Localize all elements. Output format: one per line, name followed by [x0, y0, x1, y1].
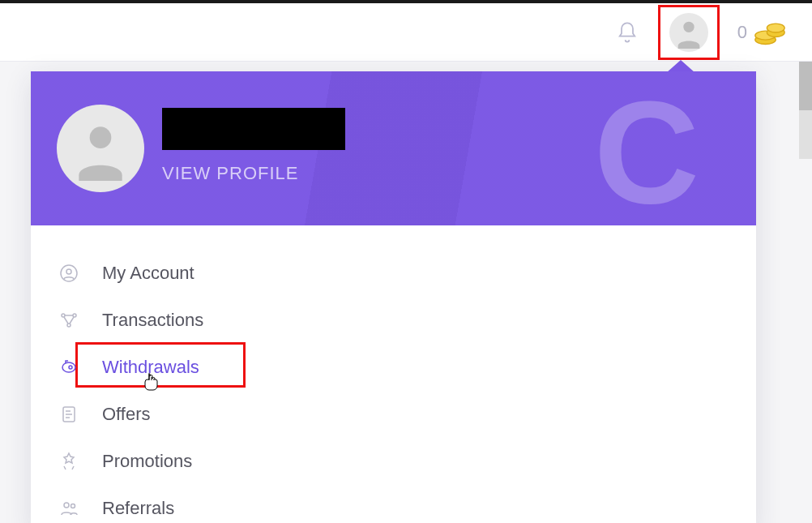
menu-item-promotions[interactable]: Promotions — [55, 438, 756, 485]
referrals-icon — [58, 498, 79, 519]
svg-point-4 — [767, 24, 784, 32]
user-menu: My Account Transactions — [31, 225, 756, 523]
view-profile-link[interactable]: VIEW PROFILE — [162, 163, 345, 184]
menu-item-withdrawals[interactable]: Withdrawals — [55, 344, 756, 391]
svg-point-14 — [71, 504, 75, 508]
avatar — [57, 105, 144, 192]
menu-item-label: Offers — [102, 404, 151, 425]
user-dropdown: C VIEW PROFILE My Account — [31, 71, 756, 523]
coin-balance-value: 0 — [737, 22, 747, 43]
svg-point-8 — [62, 314, 65, 317]
menu-item-label: Withdrawals — [102, 357, 199, 378]
coins-icon — [754, 18, 786, 47]
menu-item-label: Referrals — [102, 498, 174, 519]
top-bar: 0 — [0, 3, 812, 62]
menu-item-label: My Account — [102, 263, 194, 284]
person-icon — [673, 16, 705, 49]
offers-icon — [58, 404, 79, 425]
menu-item-label: Promotions — [102, 451, 192, 472]
transactions-icon — [58, 310, 79, 331]
menu-item-label: Transactions — [102, 310, 203, 331]
svg-point-13 — [64, 503, 69, 508]
user-dropdown-header: C VIEW PROFILE — [31, 71, 756, 225]
coin-balance: 0 — [737, 18, 786, 47]
withdrawals-icon — [58, 357, 79, 378]
menu-item-offers[interactable]: Offers — [55, 391, 756, 438]
avatar — [669, 13, 708, 52]
notifications-button[interactable] — [614, 19, 640, 45]
account-icon — [58, 263, 79, 284]
menu-item-transactions[interactable]: Transactions — [55, 297, 756, 344]
menu-item-referrals[interactable]: Referrals — [55, 485, 756, 523]
svg-point-7 — [66, 269, 71, 274]
svg-point-9 — [73, 314, 76, 317]
person-icon — [68, 116, 133, 181]
svg-point-10 — [67, 324, 71, 327]
svg-point-5 — [90, 126, 112, 148]
promotions-icon — [58, 451, 79, 472]
svg-point-6 — [61, 265, 77, 281]
svg-point-0 — [683, 21, 694, 32]
bell-icon — [616, 20, 639, 45]
svg-point-11 — [69, 366, 72, 369]
user-avatar-button[interactable] — [658, 5, 720, 60]
menu-item-my-account[interactable]: My Account — [55, 250, 756, 297]
scrollbar[interactable] — [799, 62, 812, 159]
redacted-username — [162, 108, 345, 150]
